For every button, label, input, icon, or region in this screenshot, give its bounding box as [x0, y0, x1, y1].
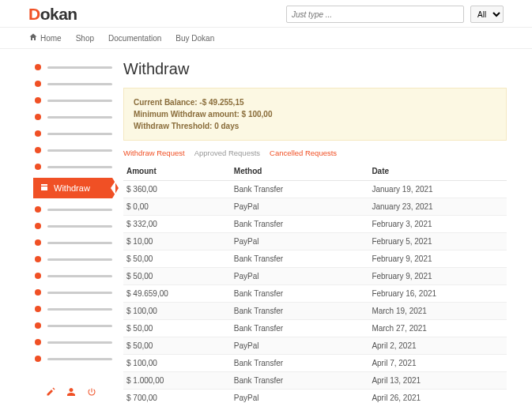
- user-icon[interactable]: [66, 387, 76, 399]
- table-row: $ 10,00PayPalFebruary 5, 2021: [123, 233, 507, 250]
- sidebar-item[interactable]: [35, 302, 112, 316]
- cell-method: Bank Transfer: [231, 216, 369, 233]
- notice-threshold: Withdraw Threshold: 0 days: [134, 120, 496, 132]
- cell-date: April 2, 2021: [368, 337, 507, 355]
- sidebar-placeholder: [47, 66, 112, 69]
- home-icon: [28, 32, 38, 43]
- nav-buy[interactable]: Buy Dokan: [175, 32, 214, 43]
- power-icon[interactable]: [87, 387, 96, 399]
- sidebar-placeholder: [47, 209, 112, 211]
- search-input[interactable]: [286, 6, 464, 23]
- sidebar-item[interactable]: [35, 143, 112, 157]
- sidebar-item[interactable]: [35, 219, 112, 233]
- sidebar-item[interactable]: [35, 93, 112, 107]
- sidebar-dot-icon: [35, 339, 41, 345]
- brand-logo[interactable]: Dokan: [28, 5, 77, 24]
- page-title: Withdraw: [123, 60, 507, 78]
- cell-amount: $ 1.000,00: [123, 372, 231, 390]
- cell-date: February 9, 2021: [368, 268, 507, 285]
- sidebar-item[interactable]: [35, 252, 112, 266]
- main-nav: Home Shop Documentation Buy Dokan: [0, 28, 532, 49]
- sidebar-active-label: Withdraw: [54, 183, 90, 193]
- brand-rest: okan: [40, 5, 77, 23]
- sidebar-dot-icon: [35, 206, 41, 213]
- cell-amount: $ 49.659,00: [123, 285, 231, 303]
- sidebar-dot-icon: [35, 239, 41, 246]
- sidebar: Withdraw: [35, 60, 112, 403]
- cell-method: Bank Transfer: [231, 320, 369, 337]
- table-header-row: Amount Method Date: [123, 162, 507, 181]
- cell-amount: $ 10,00: [123, 233, 231, 250]
- sidebar-item[interactable]: [35, 335, 112, 349]
- filter-select[interactable]: All: [470, 6, 504, 23]
- sidebar-dot-icon: [35, 147, 41, 153]
- notice-minimum: Minimum Withdraw amount: $ 100,00: [134, 108, 496, 120]
- nav-docs[interactable]: Documentation: [108, 32, 161, 43]
- table-row: $ 360,00Bank TransferJanuary 19, 2021: [123, 181, 507, 198]
- withdraw-icon: [40, 183, 49, 194]
- sidebar-dot-icon: [35, 130, 41, 137]
- sidebar-placeholder: [47, 275, 112, 277]
- cell-amount: $ 50,00: [123, 337, 231, 355]
- cell-method: Bank Transfer: [231, 181, 369, 198]
- sidebar-item[interactable]: [35, 160, 112, 174]
- cell-method: Bank Transfer: [231, 250, 369, 268]
- sidebar-item[interactable]: [35, 110, 112, 124]
- nav-home[interactable]: Home: [28, 32, 62, 43]
- cell-date: April 13, 2021: [368, 372, 507, 390]
- cell-amount: $ 100,00: [123, 303, 231, 320]
- sidebar-item[interactable]: [35, 77, 112, 91]
- sidebar-dot-icon: [35, 322, 41, 329]
- sidebar-dot-icon: [35, 256, 41, 262]
- sidebar-placeholder: [47, 242, 112, 244]
- cell-amount: $ 50,00: [123, 268, 231, 285]
- sidebar-dot-icon: [35, 289, 41, 296]
- sidebar-item[interactable]: [35, 126, 112, 141]
- sidebar-placeholder: [47, 292, 112, 294]
- cell-date: April 26, 2021: [368, 390, 507, 404]
- col-method: Method: [231, 162, 369, 181]
- layout: Withdraw Withdraw Current Balance: -$ 49…: [0, 49, 532, 403]
- sidebar-item[interactable]: [35, 235, 112, 250]
- col-date: Date: [368, 162, 507, 181]
- tab-withdraw-request[interactable]: Withdraw Request: [123, 149, 185, 157]
- sidebar-item-withdraw[interactable]: Withdraw: [33, 178, 112, 198]
- nav-buy-label: Buy Dokan: [175, 34, 214, 43]
- cell-method: Bank Transfer: [231, 355, 369, 372]
- tab-cancelled-requests[interactable]: Cancelled Requests: [270, 149, 337, 157]
- cell-method: Bank Transfer: [231, 372, 369, 390]
- sidebar-bottom-actions: [35, 368, 112, 399]
- sidebar-placeholder: [47, 325, 112, 327]
- cell-date: February 3, 2021: [368, 216, 507, 233]
- edit-icon[interactable]: [46, 387, 55, 399]
- sidebar-item[interactable]: [35, 318, 112, 333]
- content: Withdraw Current Balance: -$ 49.255,15 M…: [123, 60, 507, 403]
- sidebar-item[interactable]: [35, 269, 112, 283]
- withdraw-table: Amount Method Date $ 360,00Bank Transfer…: [123, 162, 507, 403]
- nav-home-label: Home: [40, 34, 62, 43]
- notice-balance: Current Balance: -$ 49.255,15: [134, 96, 496, 108]
- table-row: $ 50,00PayPalFebruary 9, 2021: [123, 268, 507, 285]
- sidebar-item[interactable]: [35, 60, 112, 74]
- table-row: $ 332,00Bank TransferFebruary 3, 2021: [123, 216, 507, 233]
- table-row: $ 700,00PayPalApril 26, 2021: [123, 390, 507, 404]
- withdraw-tabs: Withdraw Request Approved Requests Cance…: [123, 149, 507, 157]
- cell-date: March 19, 2021: [368, 303, 507, 320]
- table-row: $ 49.659,00Bank TransferFebruary 16, 202…: [123, 285, 507, 303]
- sidebar-item[interactable]: [35, 202, 112, 217]
- cell-method: PayPal: [231, 233, 369, 250]
- cell-date: February 5, 2021: [368, 233, 507, 250]
- table-row: $ 100,00Bank TransferApril 7, 2021: [123, 355, 507, 372]
- sidebar-item[interactable]: [35, 352, 112, 366]
- nav-shop[interactable]: Shop: [76, 32, 94, 43]
- sidebar-dot-icon: [35, 273, 41, 279]
- sidebar-dot-icon: [35, 114, 41, 120]
- sidebar-dot-icon: [35, 223, 41, 229]
- sidebar-dot-icon: [35, 64, 41, 70]
- sidebar-placeholder: [47, 358, 112, 360]
- tab-approved-requests[interactable]: Approved Requests: [194, 149, 260, 157]
- cell-amount: $ 50,00: [123, 250, 231, 268]
- sidebar-item[interactable]: [35, 285, 112, 299]
- sidebar-dot-icon: [35, 164, 41, 170]
- sidebar-dot-icon: [35, 81, 41, 87]
